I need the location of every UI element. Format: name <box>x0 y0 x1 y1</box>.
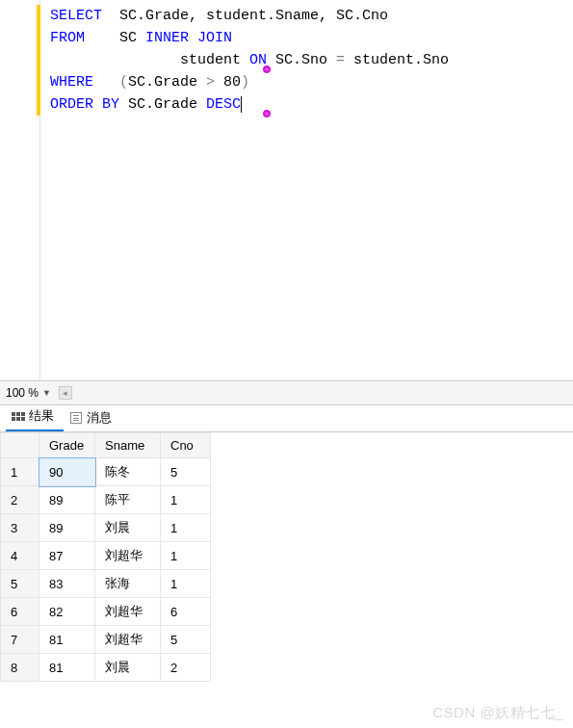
text-cursor <box>241 96 242 113</box>
row-number[interactable]: 6 <box>1 598 39 626</box>
tab-results[interactable]: 结果 <box>6 403 64 431</box>
cell-grade[interactable]: 90 <box>39 458 95 486</box>
dropdown-arrow-icon[interactable]: ▼ <box>42 388 51 398</box>
code-line: ORDER BY SC.Grade DESC <box>50 93 573 116</box>
cell-grade[interactable]: 81 <box>39 654 95 682</box>
table-row[interactable]: 583张海1 <box>1 570 211 598</box>
cell-grade[interactable]: 81 <box>39 626 95 654</box>
cell-sname[interactable]: 刘晨 <box>95 514 161 542</box>
zoom-bar: 100 % ▼ ◂ <box>0 380 573 405</box>
cell-grade[interactable]: 83 <box>39 570 95 598</box>
cell-grade[interactable]: 89 <box>39 514 95 542</box>
column-header-grade[interactable]: Grade <box>39 433 95 458</box>
cell-cno[interactable]: 1 <box>161 514 211 542</box>
table-row[interactable]: 190陈冬5 <box>1 458 211 486</box>
cell-sname[interactable]: 陈平 <box>95 486 161 514</box>
cell-cno[interactable]: 5 <box>161 626 211 654</box>
cell-sname[interactable]: 刘超华 <box>95 598 161 626</box>
cursor-handle-icon <box>263 65 271 73</box>
zoom-value[interactable]: 100 % <box>6 386 39 400</box>
header-row: Grade Sname Cno <box>1 433 211 458</box>
cell-sname[interactable]: 刘超华 <box>95 542 161 570</box>
cell-sname[interactable]: 张海 <box>95 570 161 598</box>
editor-gutter <box>0 0 40 380</box>
cell-cno[interactable]: 1 <box>161 542 211 570</box>
results-grid[interactable]: Grade Sname Cno 190陈冬5289陈平1389刘晨1487刘超华… <box>0 432 573 682</box>
cell-cno[interactable]: 1 <box>161 570 211 598</box>
row-number[interactable]: 7 <box>1 626 39 654</box>
sql-editor[interactable]: SELECT SC.Grade, student.Sname, SC.Cno F… <box>0 0 573 380</box>
results-table: Grade Sname Cno 190陈冬5289陈平1389刘晨1487刘超华… <box>0 432 211 682</box>
row-number[interactable]: 8 <box>1 654 39 682</box>
table-row[interactable]: 881刘晨2 <box>1 654 211 682</box>
row-number[interactable]: 5 <box>1 570 39 598</box>
cell-grade[interactable]: 82 <box>39 598 95 626</box>
table-row[interactable]: 389刘晨1 <box>1 514 211 542</box>
cell-sname[interactable]: 陈冬 <box>95 458 161 486</box>
cursor-handle-icon <box>263 110 271 117</box>
row-number[interactable]: 4 <box>1 542 39 570</box>
tab-messages[interactable]: 消息 <box>64 404 121 431</box>
cell-grade[interactable]: 87 <box>39 542 95 570</box>
tab-label: 消息 <box>87 409 112 427</box>
messages-icon <box>69 411 83 425</box>
table-row[interactable]: 682刘超华6 <box>1 598 211 626</box>
code-line: FROM SC INNER JOIN <box>50 27 573 49</box>
cell-cno[interactable]: 6 <box>161 598 211 626</box>
table-row[interactable]: 289陈平1 <box>1 486 211 514</box>
table-row[interactable]: 781刘超华5 <box>1 626 211 654</box>
code-line: WHERE (SC.Grade > 80) <box>50 71 573 93</box>
row-number[interactable]: 2 <box>1 486 39 514</box>
cell-cno[interactable]: 5 <box>161 458 211 486</box>
tab-label: 结果 <box>29 407 54 425</box>
row-number[interactable]: 3 <box>1 514 39 542</box>
code-line: student ON SC.Sno = student.Sno <box>50 49 573 71</box>
results-grid-icon <box>12 409 25 423</box>
table-row[interactable]: 487刘超华1 <box>1 542 211 570</box>
cell-cno[interactable]: 2 <box>161 654 211 682</box>
results-tabs: 结果 消息 <box>0 405 573 432</box>
cell-sname[interactable]: 刘超华 <box>95 626 161 654</box>
cell-grade[interactable]: 89 <box>39 486 95 514</box>
code-area[interactable]: SELECT SC.Grade, student.Sname, SC.Cno F… <box>40 0 573 380</box>
cell-cno[interactable]: 1 <box>161 486 211 514</box>
cell-sname[interactable]: 刘晨 <box>95 654 161 682</box>
corner-cell[interactable] <box>1 433 39 458</box>
code-line: SELECT SC.Grade, student.Sname, SC.Cno <box>50 5 573 27</box>
row-number[interactable]: 1 <box>1 458 39 486</box>
watermark: CSDN @妖精七七_ <box>432 704 563 722</box>
column-header-cno[interactable]: Cno <box>161 433 211 458</box>
scroll-left-button[interactable]: ◂ <box>59 386 72 400</box>
column-header-sname[interactable]: Sname <box>95 433 161 458</box>
